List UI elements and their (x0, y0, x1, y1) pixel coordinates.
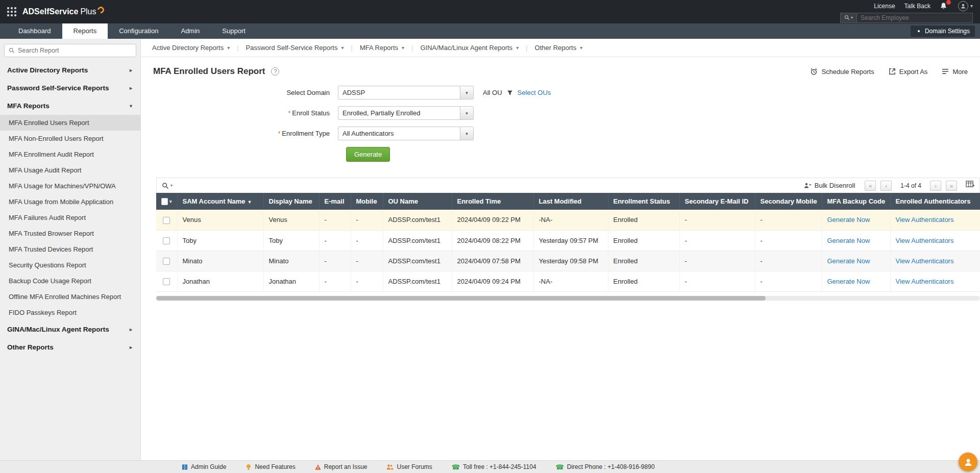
menu-mfa-reports[interactable]: MFA Reports▾ (360, 44, 404, 52)
tab-dashboard[interactable]: Dashboard (7, 23, 62, 39)
pagination-next-button[interactable]: › (930, 181, 941, 191)
col-enrolled-authenticators[interactable]: Enrolled Authenticators (890, 193, 980, 210)
col-enrolled-time[interactable]: Enrolled Time (452, 193, 533, 210)
sidebar-item-offline-mfa-machines[interactable]: Offline MFA Enrolled Machines Report (0, 289, 140, 305)
col-mobile[interactable]: Mobile (351, 193, 383, 210)
table-header-row: ▾ SAM Account Name▾ Display Name E-mail … (156, 193, 980, 210)
sidebar-item-mfa-trusted-browser[interactable]: MFA Trusted Browser Report (0, 226, 140, 241)
domain-settings-button[interactable]: Domain Settings (911, 26, 975, 37)
license-link[interactable]: License (874, 3, 895, 10)
sidebar-section-password-self-service[interactable]: Password Self-Service Reports ▸ (0, 79, 140, 97)
menu-active-directory-reports[interactable]: Active Directory Reports▾ (152, 44, 230, 52)
enroll-status-dropdown[interactable]: Enrolled, Partially Enrolled ▾ (338, 106, 474, 120)
scrollbar-thumb[interactable] (156, 296, 766, 301)
row-checkbox[interactable] (163, 217, 170, 224)
chevron-down-icon: ▾ (460, 86, 473, 99)
user-menu[interactable]: ▾ (958, 1, 973, 11)
apps-grid-icon[interactable] (7, 7, 16, 16)
tab-configuration[interactable]: Configuration (108, 23, 169, 39)
notification-bell-icon[interactable] (940, 2, 949, 10)
chevron-down-icon: ▾ (851, 15, 853, 20)
generate-now-link[interactable]: Generate Now (827, 257, 870, 265)
select-domain-dropdown[interactable]: ADSSP ▾ (338, 86, 474, 99)
tab-reports[interactable]: Reports (62, 23, 108, 39)
sidebar-item-mfa-enrollment-audit[interactable]: MFA Enrollment Audit Report (0, 146, 140, 162)
generate-now-link[interactable]: Generate Now (827, 216, 870, 223)
pagination-prev-button[interactable]: ‹ (880, 181, 892, 191)
sidebar-section-gina-agent[interactable]: GINA/Mac/Linux Agent Reports ▸ (0, 320, 140, 338)
col-ou-name[interactable]: OU Name (383, 193, 452, 210)
export-as-button[interactable]: Export As (889, 68, 928, 76)
user-forums-link[interactable]: User Forums (386, 463, 432, 470)
sidebar-section-active-directory[interactable]: Active Directory Reports ▸ (0, 61, 140, 79)
more-button[interactable]: More (942, 68, 968, 76)
col-secondary-mobile[interactable]: Secondary Mobile (755, 193, 822, 210)
menu-gina-agent-reports[interactable]: GINA/Mac/Linux Agent Reports▾ (420, 44, 519, 52)
employee-search-input[interactable] (857, 14, 972, 21)
menu-other-reports[interactable]: Other Reports▾ (535, 44, 583, 52)
sidebar-item-mfa-usage-machines[interactable]: MFA Usage for Machines/VPN/OWA (0, 178, 140, 194)
row-checkbox[interactable] (163, 278, 170, 285)
generate-button[interactable]: Generate (346, 147, 390, 162)
select-all-checkbox[interactable] (161, 198, 168, 205)
chat-support-button[interactable] (959, 453, 977, 471)
filter-funnel-icon[interactable] (507, 90, 513, 96)
generate-now-link[interactable]: Generate Now (827, 237, 870, 244)
sidebar-section-other-reports[interactable]: Other Reports ▸ (0, 338, 140, 356)
help-icon[interactable]: ? (271, 67, 279, 76)
sidebar-item-backup-code-usage[interactable]: Backup Code Usage Report (0, 273, 140, 289)
chevron-down-icon[interactable]: ▾ (169, 199, 172, 204)
cell-display: Venus (263, 210, 319, 230)
admin-guide-link[interactable]: Admin Guide (182, 463, 226, 470)
select-ous-link[interactable]: Select OUs (518, 89, 551, 96)
table-search-button[interactable]: ▾ (162, 182, 173, 189)
schedule-reports-button[interactable]: Schedule Reports (810, 68, 874, 76)
cell-ou: ADSSP.com/test1 (383, 230, 452, 251)
col-email[interactable]: E-mail (319, 193, 351, 210)
col-secondary-email[interactable]: Secondary E-Mail ID (679, 193, 755, 210)
talkback-link[interactable]: Talk Back (904, 3, 930, 10)
need-features-link[interactable]: Need Features (246, 463, 295, 470)
generate-now-link[interactable]: Generate Now (827, 278, 870, 285)
column-chooser-icon[interactable] (966, 181, 974, 190)
col-sam-account-name[interactable]: SAM Account Name▾ (177, 193, 263, 210)
bulk-disenroll-button[interactable]: Bulk Disenroll (804, 182, 855, 189)
cell-secondary-mobile: - (755, 251, 822, 271)
row-checkbox[interactable] (163, 258, 170, 265)
row-checkbox[interactable] (163, 237, 170, 244)
view-authenticators-link[interactable]: View Authenticators (896, 257, 954, 265)
sidebar-item-mfa-trusted-devices[interactable]: MFA Trusted Devices Report (0, 241, 140, 257)
sidebar-item-mfa-non-enrolled-users[interactable]: MFA Non-Enrolled Users Report (0, 131, 140, 146)
sidebar-section-mfa-reports[interactable]: MFA Reports ▾ (0, 97, 140, 115)
report-issue-link[interactable]: Report an Issue (315, 463, 368, 470)
sidebar-item-mfa-usage-audit[interactable]: MFA Usage Audit Report (0, 162, 140, 178)
view-authenticators-link[interactable]: View Authenticators (896, 278, 954, 285)
report-search-input[interactable] (18, 47, 132, 54)
enroll-status-label: *Enroll Status (141, 109, 338, 117)
cell-last-modified: Yesterday 09:57 PM (533, 230, 608, 251)
cell-display: Jonathan (263, 271, 319, 291)
cell-mobile: - (351, 210, 383, 230)
col-display-name[interactable]: Display Name (263, 193, 319, 210)
col-enrollment-status[interactable]: Enrollment Status (608, 193, 679, 210)
menu-password-self-service-reports[interactable]: Password Self-Service Reports▾ (246, 44, 344, 52)
sidebar-item-mfa-enrolled-users[interactable]: MFA Enrolled Users Report (0, 115, 140, 131)
top-bar: ADSelfService Plus License Talk Back ▾ (0, 0, 980, 23)
pagination-last-button[interactable]: » (946, 181, 957, 191)
view-authenticators-link[interactable]: View Authenticators (896, 237, 954, 244)
tab-support[interactable]: Support (211, 23, 257, 39)
all-ou-label: All OU (483, 89, 502, 96)
enrollment-type-dropdown[interactable]: All Authenticators ▾ (338, 127, 474, 140)
horizontal-scrollbar[interactable] (156, 296, 980, 301)
view-authenticators-link[interactable]: View Authenticators (896, 216, 954, 223)
sidebar-item-security-questions[interactable]: Security Questions Report (0, 257, 140, 273)
menu-separator: | (351, 44, 353, 52)
tab-admin[interactable]: Admin (169, 23, 211, 39)
col-last-modified[interactable]: Last Modified (533, 193, 608, 210)
col-mfa-backup-code[interactable]: MFA Backup Code (822, 193, 890, 210)
employee-search-scope-button[interactable]: ▾ (841, 13, 857, 22)
sidebar-item-mfa-usage-mobile[interactable]: MFA Usage from Mobile Application (0, 194, 140, 210)
sidebar-item-mfa-failures-audit[interactable]: MFA Failures Audit Report (0, 210, 140, 226)
sidebar-item-fido-passkeys[interactable]: FIDO Passkeys Report (0, 305, 140, 320)
pagination-first-button[interactable]: « (865, 181, 876, 191)
